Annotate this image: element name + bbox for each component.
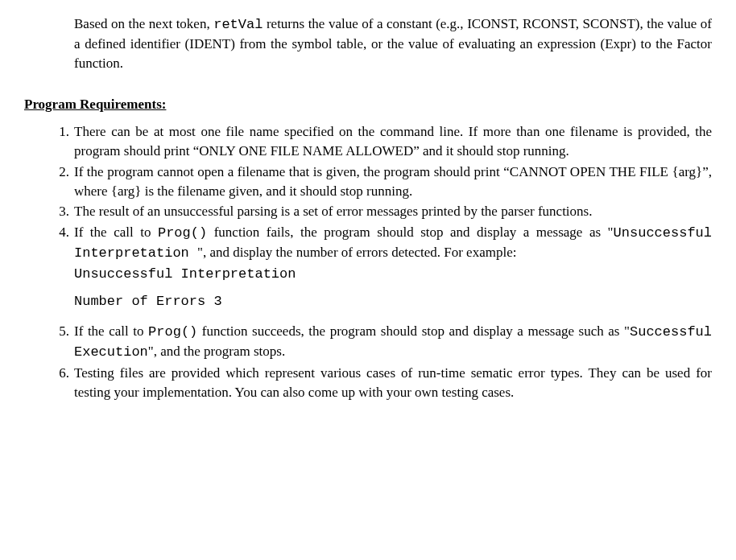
requirement-item-5: If the call to Prog() function succeeds,… bbox=[74, 322, 712, 362]
intro-text-1: Based on the next token, bbox=[74, 16, 213, 31]
requirement-5-part1: If the call to bbox=[74, 323, 148, 339]
requirement-text-6: Testing files are provided which represe… bbox=[74, 365, 712, 400]
requirement-item-1: There can be at most one file name speci… bbox=[74, 122, 712, 161]
intro-paragraph: Based on the next token, retVal returns … bbox=[74, 14, 712, 72]
requirement-4-part1: If the call to bbox=[74, 224, 158, 240]
example-line-1: Unsuccessful Interpretation bbox=[74, 265, 712, 284]
requirement-4-code-prog: Prog() bbox=[158, 225, 207, 241]
requirement-item-3: The result of an unsuccessful parsing is… bbox=[74, 202, 712, 221]
requirement-item-4: If the call to Prog() function fails, th… bbox=[74, 223, 712, 311]
requirement-5-code-prog: Prog() bbox=[148, 324, 197, 340]
requirement-5-part3: ", and the program stops. bbox=[148, 344, 285, 359]
intro-code-retval: retVal bbox=[213, 17, 263, 32]
requirements-list: There can be at most one file name speci… bbox=[24, 122, 712, 401]
example-line-2: Number of Errors 3 bbox=[74, 292, 712, 311]
requirement-5-part2: function succeeds, the program should st… bbox=[197, 323, 630, 339]
requirement-text-2: If the program cannot open a filename th… bbox=[74, 164, 712, 199]
section-header: Program Requirements: bbox=[24, 95, 712, 114]
requirement-text-3: The result of an unsuccessful parsing is… bbox=[74, 204, 592, 219]
requirement-4-part3: ", and display the number of errors dete… bbox=[197, 245, 516, 260]
requirement-4-part2: function fails, the program should stop … bbox=[207, 224, 613, 240]
requirement-text-1: There can be at most one file name speci… bbox=[74, 124, 712, 159]
example-output-block: Unsuccessful Interpretation Number of Er… bbox=[74, 265, 712, 311]
requirement-item-6: Testing files are provided which represe… bbox=[74, 364, 712, 402]
requirement-item-2: If the program cannot open a filename th… bbox=[74, 163, 712, 201]
